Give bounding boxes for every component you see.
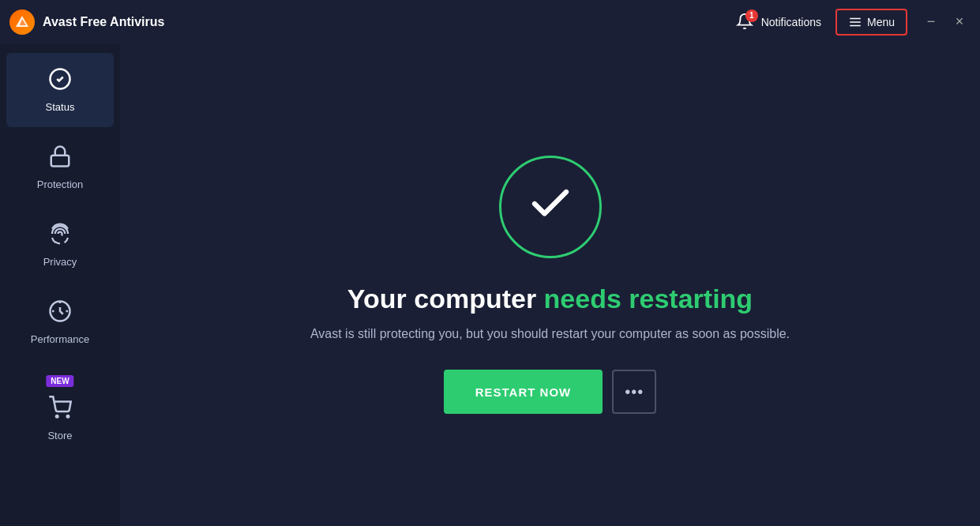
sidebar-item-protection[interactable]: Protection bbox=[6, 130, 114, 205]
sidebar-item-store[interactable]: NEW Store bbox=[6, 369, 114, 456]
notification-badge: 1 bbox=[745, 9, 758, 22]
window-controls: − × bbox=[920, 11, 971, 33]
cart-icon bbox=[48, 396, 72, 425]
action-row: RESTART NOW ••• bbox=[444, 370, 657, 414]
status-icon bbox=[48, 67, 72, 96]
app-title: Avast Free Antivirus bbox=[43, 15, 164, 29]
sidebar-item-performance-label: Performance bbox=[31, 333, 89, 345]
title-bar: Avast Free Antivirus 1 Notifications Men… bbox=[0, 0, 980, 43]
checkmark-icon bbox=[527, 180, 574, 234]
svg-point-6 bbox=[56, 415, 58, 418]
minimize-button[interactable]: − bbox=[920, 11, 942, 33]
main-title-start: Your computer bbox=[347, 284, 544, 314]
menu-lines-icon bbox=[848, 15, 862, 29]
restart-now-button[interactable]: RESTART NOW bbox=[444, 370, 603, 414]
notifications-label: Notifications bbox=[761, 16, 821, 28]
sidebar-item-protection-label: Protection bbox=[37, 178, 84, 190]
main-title: Your computer needs restarting bbox=[347, 284, 753, 314]
new-badge: NEW bbox=[46, 375, 73, 387]
main-title-highlight: needs restarting bbox=[544, 284, 753, 314]
close-button[interactable]: × bbox=[948, 11, 971, 33]
sidebar: Status Protection bbox=[0, 43, 120, 526]
subtitle: Avast is still protecting you, but you s… bbox=[310, 327, 790, 341]
title-bar-right: 1 Notifications Menu − × bbox=[727, 8, 971, 36]
svg-point-7 bbox=[67, 415, 69, 418]
speedometer-icon bbox=[48, 299, 72, 329]
sidebar-item-status-label: Status bbox=[46, 101, 75, 113]
fingerprint-icon bbox=[48, 222, 72, 251]
lock-icon bbox=[48, 145, 72, 174]
menu-button[interactable]: Menu bbox=[835, 9, 907, 36]
notification-icon-wrap: 1 bbox=[736, 13, 755, 32]
sidebar-item-privacy-label: Privacy bbox=[43, 256, 77, 268]
sidebar-item-privacy[interactable]: Privacy bbox=[6, 208, 114, 282]
sidebar-item-status[interactable]: Status bbox=[6, 53, 114, 127]
title-bar-left: Avast Free Antivirus bbox=[9, 9, 164, 35]
sidebar-item-performance[interactable]: Performance bbox=[6, 285, 114, 359]
avast-logo bbox=[9, 9, 35, 35]
content-area: Your computer needs restarting Avast is … bbox=[120, 43, 980, 526]
sidebar-item-store-label: Store bbox=[47, 430, 72, 441]
main-layout: Status Protection bbox=[0, 43, 980, 526]
menu-label: Menu bbox=[867, 16, 895, 28]
notifications-button[interactable]: 1 Notifications bbox=[727, 8, 831, 36]
more-options-button[interactable]: ••• bbox=[612, 370, 656, 414]
status-circle bbox=[499, 156, 602, 258]
svg-rect-4 bbox=[51, 156, 69, 167]
